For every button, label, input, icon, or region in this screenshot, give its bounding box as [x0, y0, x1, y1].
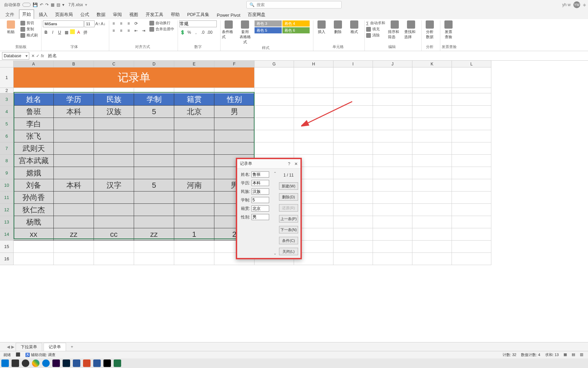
- cell[interactable]: [255, 118, 294, 130]
- cell[interactable]: [452, 241, 491, 253]
- qat-icon2[interactable]: ▤: [56, 2, 60, 7]
- data-cell[interactable]: [134, 204, 174, 216]
- data-cell[interactable]: [174, 130, 214, 142]
- cell[interactable]: [134, 88, 174, 93]
- row-header-9[interactable]: 9: [0, 167, 14, 179]
- close-button[interactable]: 关闭(L): [279, 248, 298, 255]
- data-cell[interactable]: [134, 118, 174, 130]
- save-icon[interactable]: 💾: [33, 2, 38, 7]
- cell[interactable]: [452, 179, 491, 191]
- wrap-button[interactable]: 自动换行: [149, 20, 174, 26]
- data-cell[interactable]: 刘备: [14, 179, 54, 191]
- cell[interactable]: [452, 130, 491, 142]
- new-button[interactable]: 新建(W): [279, 182, 298, 190]
- data-cell[interactable]: 北京: [174, 106, 214, 118]
- view-normal-icon[interactable]: ▦: [564, 352, 567, 357]
- cell[interactable]: [255, 142, 294, 155]
- data-cell[interactable]: 本科: [54, 106, 94, 118]
- col-header-L[interactable]: L: [452, 61, 491, 67]
- form-input[interactable]: [251, 197, 269, 203]
- search-icon[interactable]: [12, 359, 19, 367]
- data-cell[interactable]: [174, 167, 214, 179]
- cell[interactable]: [373, 142, 412, 155]
- data-cell[interactable]: [54, 130, 94, 142]
- data-cell[interactable]: [54, 155, 94, 167]
- chrome-icon[interactable]: [32, 359, 39, 367]
- cell[interactable]: [333, 191, 373, 204]
- excel-taskbar-icon[interactable]: [114, 359, 121, 367]
- row-header-6[interactable]: 6: [0, 130, 14, 142]
- fill[interactable]: 填充: [366, 27, 385, 32]
- data-cell[interactable]: [134, 155, 174, 167]
- cell[interactable]: [134, 253, 174, 265]
- row-header-7[interactable]: 7: [0, 142, 14, 155]
- row-header-12[interactable]: 12: [0, 204, 14, 216]
- row-header-1[interactable]: 1: [0, 67, 14, 88]
- help-icon[interactable]: ?: [288, 162, 290, 166]
- data-cell[interactable]: 狄仁杰: [14, 204, 54, 216]
- cell[interactable]: [373, 241, 412, 253]
- phonetic-icon[interactable]: 拼: [82, 29, 88, 35]
- data-cell[interactable]: [134, 142, 174, 155]
- cell[interactable]: [373, 130, 412, 142]
- data-cell[interactable]: [214, 142, 255, 155]
- col-header-F[interactable]: F: [214, 61, 255, 67]
- app-icon[interactable]: [22, 359, 29, 367]
- tab-powerpivot[interactable]: Power Pivot: [214, 11, 243, 19]
- form-input[interactable]: [251, 205, 269, 212]
- cell[interactable]: [452, 228, 491, 241]
- data-cell[interactable]: 汉族: [94, 106, 134, 118]
- tab-home[interactable]: 开始: [19, 10, 34, 19]
- header-cell[interactable]: 籍贯: [174, 93, 214, 106]
- app3-icon[interactable]: [73, 359, 80, 367]
- cancel-icon[interactable]: ✕: [31, 53, 35, 58]
- data-cell[interactable]: 武则天: [14, 142, 54, 155]
- form-input[interactable]: [251, 171, 269, 178]
- data-cell[interactable]: [54, 118, 94, 130]
- cell[interactable]: [54, 241, 94, 253]
- ps-icon[interactable]: [63, 359, 70, 367]
- data-cell[interactable]: [134, 167, 174, 179]
- format-cells[interactable]: 格式: [347, 20, 361, 34]
- col-header-C[interactable]: C: [94, 61, 134, 67]
- cell[interactable]: [412, 191, 452, 204]
- fontcolor-icon[interactable]: A: [76, 29, 82, 35]
- data-cell[interactable]: 本科: [54, 179, 94, 191]
- grow-font-icon[interactable]: A↑: [95, 21, 100, 26]
- copy-button[interactable]: 复制: [20, 27, 38, 32]
- data-cell[interactable]: [174, 118, 214, 130]
- cell[interactable]: [255, 93, 294, 106]
- col-header-I[interactable]: I: [333, 61, 373, 67]
- col-header-D[interactable]: D: [134, 61, 174, 67]
- grid[interactable]: ABCDEFGHIJKL 12345678910111213141516 记录单…: [0, 61, 588, 279]
- cell[interactable]: [412, 167, 452, 179]
- cell[interactable]: [452, 142, 491, 155]
- delete-button[interactable]: 删除(D): [279, 193, 298, 201]
- cell[interactable]: [333, 167, 373, 179]
- data-cell[interactable]: [174, 155, 214, 167]
- data-cell[interactable]: 张飞: [14, 130, 54, 142]
- data-cell[interactable]: 嫦娥: [14, 167, 54, 179]
- header-cell[interactable]: 学历: [54, 93, 94, 106]
- invoice-button[interactable]: 发票 查验: [442, 20, 455, 40]
- cell[interactable]: [255, 130, 294, 142]
- sort-button[interactable]: 排序和筛选: [388, 20, 402, 40]
- cell[interactable]: [412, 155, 452, 167]
- cell[interactable]: [412, 179, 452, 191]
- qat-icon[interactable]: ▦: [51, 2, 54, 7]
- cell[interactable]: [452, 204, 491, 216]
- find-button[interactable]: 查找和选择: [404, 20, 418, 40]
- data-cell[interactable]: zz: [54, 228, 94, 241]
- cell[interactable]: [255, 106, 294, 118]
- data-cell[interactable]: [174, 142, 214, 155]
- tab-pdf[interactable]: PDF工具集: [184, 10, 212, 19]
- autosum[interactable]: ∑自动求和: [366, 20, 385, 26]
- data-cell[interactable]: [174, 191, 214, 204]
- data-cell[interactable]: [94, 191, 134, 204]
- cell[interactable]: [333, 216, 373, 228]
- cell[interactable]: [14, 88, 54, 93]
- delete-cells[interactable]: 删除: [331, 20, 345, 34]
- view-page-icon[interactable]: ▤: [572, 352, 575, 357]
- clear[interactable]: 清除: [366, 33, 385, 38]
- cell[interactable]: [452, 93, 491, 106]
